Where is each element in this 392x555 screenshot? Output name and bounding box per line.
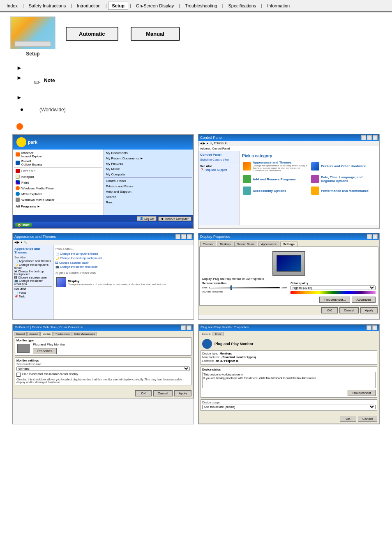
cp-minimize-btn[interactable]: _ <box>361 135 366 140</box>
nav-item-specifications[interactable]: Specifications <box>225 2 259 9</box>
cp-item-language[interactable]: Date, Time, Language, and Regional Optio… <box>310 174 377 184</box>
ds-apply-btn[interactable]: Apply <box>174 390 191 396</box>
tab-desktop[interactable]: Desktop <box>217 242 233 246</box>
nav-item-introduction[interactable]: Introduction <box>74 2 104 9</box>
tab-screensaver[interactable]: Screen Saver <box>234 242 257 246</box>
applets-max-btn[interactable]: □ <box>181 234 186 239</box>
nav-item-osd[interactable]: On-Screen Display <box>133 2 177 9</box>
menu-item-mycomputer[interactable]: My Computer <box>104 172 193 177</box>
cp-item-hardware[interactable]: Printers and Other Hardware <box>310 160 377 173</box>
cp-item-accessibility[interactable]: Accessibility Options <box>242 186 309 196</box>
pnp-close-btn[interactable]: X <box>372 325 377 330</box>
ds-ok-btn[interactable]: OK <box>135 390 152 396</box>
ds-close-btn[interactable]: X <box>187 325 191 330</box>
disp-min-btn[interactable]: ? <box>367 234 372 239</box>
cp-item-appearance[interactable]: Appearance and Themes Change the appeara… <box>242 160 309 173</box>
shutdown-button[interactable]: ⏺ Turn Off Computer <box>158 216 191 221</box>
menu-item-hct[interactable]: HCT 10.0 <box>14 168 102 174</box>
pnp-tab-general[interactable]: General <box>200 332 212 336</box>
advanced-btn[interactable]: Advanced <box>352 297 376 303</box>
pick-task-4[interactable]: 📺 Change the screen resolution <box>55 265 192 269</box>
pnp-screenshot: Plug and Play Monitor Properties ? X Gen… <box>198 324 380 424</box>
disp-close-btn[interactable]: X <box>373 234 378 239</box>
tab-appearance[interactable]: Appearance <box>258 242 279 246</box>
menu-item-printers[interactable]: Printers and Faxes <box>104 184 193 189</box>
see-also-fonts[interactable]: 📄 Fonts <box>14 291 52 295</box>
nav-item-information[interactable]: Information <box>264 2 293 9</box>
tab-settings[interactable]: Settings <box>280 242 297 246</box>
pnp-usage-dropdown[interactable]: Use this device (enable) <box>202 405 376 409</box>
start-button[interactable]: 🏠 start <box>15 223 32 227</box>
see-also-task[interactable]: 📌 Task <box>14 295 52 298</box>
pick-task-3[interactable]: 🖼 Choose a screen saver <box>55 261 192 264</box>
task-item-5[interactable]: 📺 Change the screen resolution <box>14 279 52 286</box>
panel-display-item[interactable]: Display Change the appearance of your de… <box>55 276 167 288</box>
menu-item-help[interactable]: Help and Support <box>104 189 193 194</box>
applets-close-btn[interactable]: X <box>187 234 192 239</box>
logoff-button[interactable]: 👤 Log Off <box>137 216 157 221</box>
ds-tab-adapter[interactable]: Adapter <box>27 332 40 336</box>
color-bar <box>291 291 376 294</box>
menu-item-recentdocs[interactable]: My Recent Documents ► <box>104 156 193 161</box>
manual-button[interactable]: Manual <box>131 27 180 41</box>
menu-item-internet[interactable]: InternetInternet Explorer <box>14 150 102 159</box>
pnp-device-label: Plug and Play Monitor <box>214 342 254 346</box>
pnp-tab-driver[interactable]: Driver <box>213 332 224 336</box>
nav-item-safety[interactable]: Safety Instructions <box>25 2 69 9</box>
color-quality-dropdown[interactable]: Highest (32 bit) <box>291 286 376 290</box>
ds-refresh-dropdown[interactable]: 60 Hertz <box>16 366 190 371</box>
menu-item-run[interactable]: Run... <box>104 200 193 205</box>
ds-tab-monitor[interactable]: Monitor <box>40 332 53 336</box>
tab-themes[interactable]: Themes <box>200 242 216 246</box>
nav-item-troubleshooting[interactable]: Troubleshooting <box>182 2 220 9</box>
task-item-1[interactable]: 📄 Appearance and Themes <box>14 260 52 263</box>
troubleshoot-btn[interactable]: Troubleshoot... <box>319 297 350 303</box>
disp-ok-btn[interactable]: OK <box>321 307 338 313</box>
menu-item-search[interactable]: Search <box>104 194 193 200</box>
menu-item-mydocs[interactable]: My Documents <box>104 150 193 156</box>
menu-item-mymusic[interactable]: My Music <box>104 166 193 172</box>
menu-item-msn[interactable]: MSN Explorer <box>14 191 102 197</box>
pick-task-1[interactable]: 📄 Change the computer's theme <box>55 252 192 256</box>
pnp-cancel-btn[interactable]: Cancel <box>358 416 377 422</box>
ds-tab-general[interactable]: General <box>14 332 27 336</box>
start-icon: 🏠 <box>17 223 21 227</box>
cp-maximize-btn[interactable]: □ <box>367 135 372 140</box>
internet-label: Internet <box>21 151 43 155</box>
res-track[interactable] <box>209 287 280 288</box>
cp-item-performance[interactable]: Performance and Maintenance <box>310 186 377 196</box>
applets-min-btn[interactable]: _ <box>175 234 180 239</box>
ds-tab-color[interactable]: Color Management <box>72 332 97 336</box>
pnp-troubleshoot-btn[interactable]: Troubleshoot <box>348 390 376 396</box>
pnp-help-btn[interactable]: ? <box>367 325 371 330</box>
nav-sep-3: | <box>106 3 107 8</box>
task-item-2[interactable]: 🌙 Change the computer's theme <box>14 263 52 269</box>
cp-close-btn[interactable]: X <box>373 135 378 140</box>
ds-checkbox[interactable] <box>16 373 21 377</box>
menu-item-email[interactable]: E-mailOutlook Express <box>14 159 102 167</box>
task-item-4[interactable]: 🖼 Choose a screen saver <box>14 276 52 279</box>
nav-item-setup[interactable]: Setup <box>108 2 128 10</box>
menu-item-mypics[interactable]: My Pictures <box>104 161 193 166</box>
menu-item-allprograms[interactable]: All Programs ► <box>14 204 102 209</box>
cp-item-network[interactable]: Add and Remove Programs <box>242 174 309 184</box>
menu-item-wmp[interactable]: Windows Media Player <box>14 185 102 191</box>
disp-cancel-btn[interactable]: Cancel <box>339 307 359 313</box>
nav-item-index[interactable]: Index <box>3 2 21 9</box>
menu-item-moviemaker[interactable]: Windows Movie Maker <box>14 197 102 203</box>
ds-help-btn[interactable]: ? <box>181 325 186 330</box>
pnp-ok-btn[interactable]: OK <box>340 416 356 422</box>
ds-tab-troubleshoot[interactable]: Troubleshoot <box>53 332 71 336</box>
cp-help-link[interactable]: ❓ Help and Support <box>200 168 238 172</box>
automatic-button[interactable]: Automatic <box>66 27 118 41</box>
menu-item-paint[interactable]: Paint <box>14 180 102 185</box>
ds-cancel-btn[interactable]: Cancel <box>153 390 173 396</box>
moviemaker-label: Windows Movie Maker <box>21 198 54 202</box>
task-item-3[interactable]: 🏛 Change the desktop background <box>14 270 52 276</box>
cp-switch-classic[interactable]: Switch to Classic View <box>200 158 238 161</box>
menu-item-notepad[interactable]: Notepad <box>14 174 102 180</box>
disp-apply-btn[interactable]: Apply <box>360 307 378 313</box>
menu-item-controlpanel[interactable]: Control Panel <box>104 178 193 184</box>
ds-properties-btn[interactable]: Properties <box>33 348 57 354</box>
pick-task-2[interactable]: 🌙 Change the desktop background <box>55 257 192 260</box>
